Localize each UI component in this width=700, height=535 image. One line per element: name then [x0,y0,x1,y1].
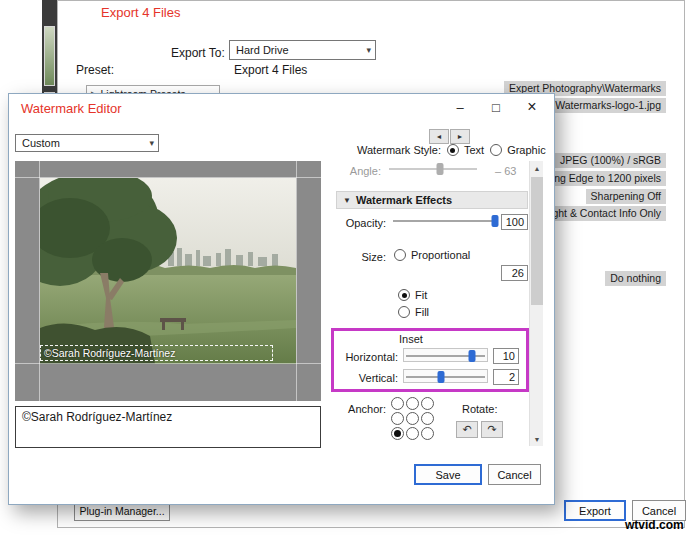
summary-file-naming: Watermarks-logo-1.jpg [550,98,666,113]
inset-vertical-value-field[interactable]: 2 [493,369,519,385]
watermark-preview: ©Sarah Rodríguez-Martínez [15,161,321,401]
angle-label: Angle: [327,165,381,177]
slider-thumb[interactable] [469,350,476,362]
angle-value: – 63 [495,165,527,177]
rotate-left-icon: ↶ [462,423,471,436]
anchor-top-center[interactable] [406,397,419,410]
minimize-icon: – [456,100,463,115]
close-button[interactable]: × [514,96,550,118]
anchor-middle-center[interactable] [406,412,419,425]
files-header: Export 4 Files [234,63,307,77]
radio-icon [394,249,406,261]
watermark-text-input[interactable]: ©Sarah Rodríguez-Martínez [15,406,321,448]
watermark-preset-value: Custom [22,137,60,149]
radio-icon [398,306,410,318]
watermark-style-label: Watermark Style: [357,144,441,156]
export-button[interactable]: Export [564,500,626,521]
style-graphic-radio[interactable]: Graphic [490,144,546,156]
previous-arrow-icon: ◄ [436,133,443,140]
anchor-top-left[interactable] [391,397,404,410]
export-to-value: Hard Drive [236,44,289,56]
anchor-bottom-right[interactable] [421,427,434,440]
maximize-button[interactable]: □ [478,96,514,118]
summary-post-processing: Do nothing [605,271,666,286]
inset-vertical-label: Vertical: [331,372,398,384]
previous-preset-button[interactable]: ◄ [429,129,449,144]
window-controls: – □ × [442,96,550,118]
rotate-right-icon: ↷ [487,423,496,436]
preset-nav: ◄ ► [429,129,470,144]
size-fit-radio[interactable]: Fit [398,289,427,301]
controls-scrollbar[interactable]: ▲ ▼ [529,161,543,446]
opacity-slider[interactable] [391,214,499,228]
export-dialog-title: Export 4 Files [101,5,180,20]
next-arrow-icon: ► [457,133,464,140]
inset-vertical-slider[interactable] [403,369,488,383]
inset-horizontal-slider[interactable] [403,348,488,362]
preview-photo: ©Sarah Rodríguez-Martínez [40,178,296,364]
screen: Export 4 Files Export To: Hard Drive ▾ P… [0,0,700,535]
inset-horizontal-value-field[interactable]: 10 [493,348,519,364]
radio-icon [447,144,459,156]
minimize-button[interactable]: – [442,96,478,118]
rotate-label: Rotate: [462,403,497,415]
export-to-dropdown[interactable]: Hard Drive ▾ [229,40,376,60]
anchor-bottom-center[interactable] [406,427,419,440]
size-fill-radio[interactable]: Fill [398,306,429,318]
chevron-down-icon: ▾ [149,138,154,148]
size-fit-label: Fit [415,289,427,301]
scroll-up-button[interactable]: ▲ [530,161,544,175]
maximize-icon: □ [492,100,500,115]
anchor-top-right[interactable] [421,397,434,410]
rotate-left-button[interactable]: ↶ [456,421,478,438]
angle-slider [387,162,479,176]
style-text-label: Text [464,144,484,156]
slider-thumb[interactable] [438,371,445,383]
opacity-value-field[interactable]: 100 [501,214,528,230]
watermark-editor-dialog: Watermark Editor – □ × Custom ▾ ◄ ► Wate… [8,93,555,505]
effects-header-label: Watermark Effects [356,194,452,206]
rotate-buttons: ↶ ↷ [456,421,503,438]
next-preset-button[interactable]: ► [450,129,470,144]
preset-label: Preset: [76,63,114,77]
park-photo-illustration [40,178,296,364]
branding-watermark: wtvid.com [625,518,684,532]
watermark-cancel-button[interactable]: Cancel [488,464,541,485]
size-value-field[interactable]: 26 [501,265,528,281]
scroll-down-button[interactable]: ▼ [530,432,544,446]
watermark-effects-header[interactable]: ▼ Watermark Effects [336,191,528,209]
summary-sharpening: Sharpening Off [586,189,666,204]
style-graphic-label: Graphic [507,144,546,156]
anchor-middle-right[interactable] [421,412,434,425]
size-proportional-label: Proportional [411,249,470,261]
scroll-up-icon: ▲ [534,165,541,172]
watermark-overlay[interactable]: ©Sarah Rodríguez-Martínez [40,345,273,361]
chevron-down-icon: ▾ [366,45,371,55]
export-to-label: Export To: [171,46,225,60]
save-button[interactable]: Save [414,464,482,485]
preview-guide [15,177,321,178]
slider-thumb [437,163,444,175]
anchor-middle-left[interactable] [391,412,404,425]
style-text-radio[interactable]: Text [447,144,484,156]
size-fill-label: Fill [415,306,429,318]
inset-label: Inset [399,333,423,345]
anchor-label: Anchor: [339,403,386,415]
preview-guide [15,363,321,364]
rotate-right-button[interactable]: ↷ [481,421,503,438]
close-icon: × [527,98,536,116]
filmstrip-thumbnail[interactable] [44,26,55,86]
scroll-down-icon: ▼ [534,436,541,443]
slider-thumb[interactable] [491,215,498,227]
summary-file-settings: JPEG (100%) / sRGB [555,153,666,168]
size-label: Size: [339,251,386,263]
scrollbar-thumb[interactable] [531,177,543,305]
radio-icon [490,144,502,156]
anchor-grid [391,397,434,440]
section-collapse-icon: ▼ [343,196,351,205]
opacity-label: Opacity: [325,217,386,229]
anchor-bottom-left[interactable] [391,427,404,440]
watermark-preset-dropdown[interactable]: Custom ▾ [15,134,159,152]
preview-guide [39,161,40,401]
size-proportional-radio[interactable]: Proportional [394,249,470,261]
